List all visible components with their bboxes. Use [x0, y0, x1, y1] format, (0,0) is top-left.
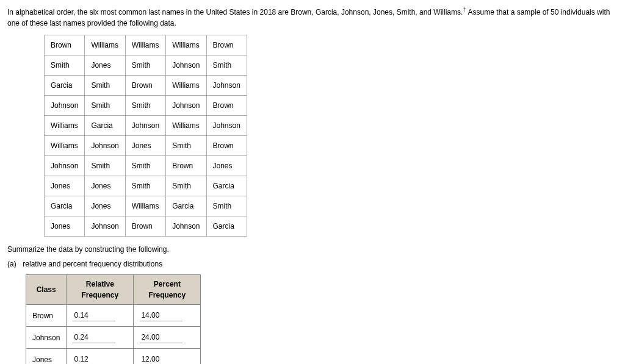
- table-cell: Johnson: [45, 156, 85, 176]
- table-row: WilliamsJohnsonJonesSmithBrown: [45, 136, 247, 156]
- table-cell: Johnson: [166, 96, 206, 116]
- header-class: Class: [26, 275, 67, 305]
- table-cell: Smith: [85, 156, 125, 176]
- table-row: JonesJohnsonBrownJohnsonGarcia: [45, 216, 247, 237]
- part-a-text: relative and percent frequency distribut…: [23, 260, 162, 268]
- table-cell: Williams: [125, 35, 165, 55]
- freq-relative-cell: [67, 349, 134, 365]
- table-cell: Smith: [166, 176, 206, 196]
- table-cell: Jones: [85, 55, 125, 76]
- table-cell: Williams: [125, 196, 165, 216]
- table-cell: Jones: [125, 136, 165, 156]
- table-cell: Brown: [206, 96, 247, 116]
- table-cell: Williams: [45, 136, 85, 156]
- table-cell: Brown: [206, 136, 247, 156]
- table-row: SmithJonesSmithJohnsonSmith: [45, 55, 247, 76]
- table-cell: Smith: [125, 156, 165, 176]
- summary-instruction: Summarize the data by constructing the f…: [7, 244, 618, 255]
- table-cell: Brown: [166, 156, 206, 176]
- relative-frequency-input[interactable]: [73, 310, 115, 321]
- table-cell: Smith: [125, 96, 165, 116]
- freq-row: Brown: [26, 305, 201, 327]
- table-cell: Johnson: [206, 76, 247, 96]
- table-cell: Garcia: [45, 76, 85, 96]
- table-cell: Smith: [45, 55, 85, 76]
- table-row: WilliamsGarciaJohnsonWilliamsJohnson: [45, 116, 247, 136]
- table-cell: Johnson: [45, 96, 85, 116]
- table-row: JohnsonSmithSmithJohnsonBrown: [45, 96, 247, 116]
- percent-frequency-input[interactable]: [140, 310, 182, 321]
- table-cell: Garcia: [206, 176, 247, 196]
- freq-class-cell: Brown: [26, 305, 67, 327]
- table-row: GarciaSmithBrownWilliamsJohnson: [45, 76, 247, 96]
- table-cell: Jones: [206, 156, 247, 176]
- table-cell: Johnson: [206, 116, 247, 136]
- freq-relative-cell: [67, 305, 134, 327]
- freq-relative-cell: [67, 327, 134, 349]
- header-relative-frequency: Relative Frequency: [67, 275, 134, 305]
- freq-percent-cell: [134, 327, 201, 349]
- relative-frequency-input[interactable]: [73, 332, 115, 343]
- table-cell: Jones: [45, 216, 85, 237]
- table-cell: Brown: [206, 35, 247, 55]
- table-row: JonesJonesSmithSmithGarcia: [45, 176, 247, 196]
- table-cell: Smith: [125, 55, 165, 76]
- freq-class-cell: Johnson: [26, 327, 67, 349]
- table-cell: Brown: [125, 216, 165, 237]
- table-row: JohnsonSmithSmithBrownJones: [45, 156, 247, 176]
- table-cell: Williams: [166, 35, 206, 55]
- table-cell: Smith: [206, 55, 247, 76]
- freq-row: Johnson: [26, 327, 201, 349]
- table-cell: Williams: [45, 116, 85, 136]
- table-cell: Williams: [166, 76, 206, 96]
- table-cell: Garcia: [45, 196, 85, 216]
- intro-text-1: In alphabetical order, the six most comm…: [7, 8, 463, 16]
- table-cell: Smith: [85, 76, 125, 96]
- table-cell: Garcia: [166, 196, 206, 216]
- part-a: (a) relative and percent frequency distr…: [7, 259, 618, 269]
- freq-percent-cell: [134, 305, 201, 327]
- frequency-table: Class Relative Frequency Percent Frequen…: [26, 274, 201, 364]
- table-cell: Jones: [85, 196, 125, 216]
- table-cell: Brown: [45, 35, 85, 55]
- table-cell: Jones: [45, 176, 85, 196]
- question-intro: In alphabetical order, the six most comm…: [7, 5, 618, 29]
- table-cell: Johnson: [85, 136, 125, 156]
- table-cell: Williams: [85, 35, 125, 55]
- freq-class-cell: Jones: [26, 349, 67, 365]
- percent-frequency-input[interactable]: [140, 354, 182, 364]
- table-cell: Jones: [85, 176, 125, 196]
- freq-row: Jones: [26, 349, 201, 365]
- part-a-label: (a): [7, 259, 21, 269]
- header-percent-frequency: Percent Frequency: [134, 275, 201, 305]
- table-row: GarciaJonesWilliamsGarciaSmith: [45, 196, 247, 216]
- table-cell: Smith: [206, 196, 247, 216]
- table-cell: Johnson: [125, 116, 165, 136]
- table-cell: Smith: [166, 136, 206, 156]
- table-cell: Johnson: [166, 55, 206, 76]
- table-cell: Smith: [85, 96, 125, 116]
- relative-frequency-input[interactable]: [73, 354, 115, 364]
- table-cell: Johnson: [85, 216, 125, 237]
- freq-percent-cell: [134, 349, 201, 365]
- table-cell: Brown: [125, 76, 165, 96]
- table-cell: Smith: [125, 176, 165, 196]
- table-row: BrownWilliamsWilliamsWilliamsBrown: [45, 35, 247, 55]
- table-cell: Johnson: [166, 216, 206, 237]
- table-cell: Garcia: [85, 116, 125, 136]
- percent-frequency-input[interactable]: [140, 332, 182, 343]
- sample-data-table: BrownWilliamsWilliamsWilliamsBrownSmithJ…: [44, 35, 247, 237]
- table-cell: Garcia: [206, 216, 247, 237]
- table-cell: Williams: [166, 116, 206, 136]
